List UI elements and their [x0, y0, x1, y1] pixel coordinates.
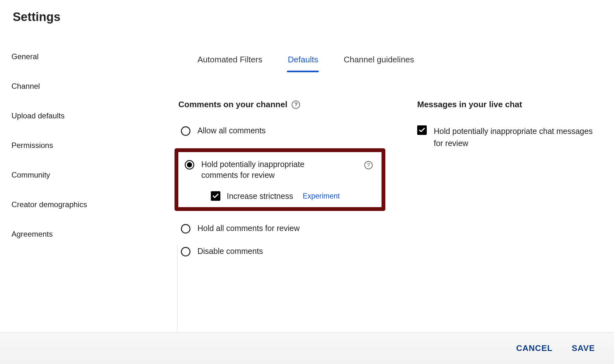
- sidebar-item-channel[interactable]: Channel: [11, 82, 139, 91]
- radio-allow-all[interactable]: Allow all comments: [181, 125, 385, 136]
- comments-section-title-row: Comments on your channel ?: [178, 100, 385, 109]
- tab-automated-filters[interactable]: Automated Filters: [197, 55, 262, 71]
- livechat-option-label: Hold potentially inappropriate chat mess…: [434, 125, 596, 149]
- livechat-section-title: Messages in your live chat: [417, 100, 522, 109]
- livechat-section-title-row: Messages in your live chat: [417, 100, 596, 109]
- radio-label: Allow all comments: [197, 125, 266, 136]
- radio-icon: [181, 126, 190, 136]
- sidebar-item-general[interactable]: General: [11, 52, 139, 61]
- highlighted-option: Hold potentially inappropriate comments …: [175, 148, 385, 211]
- checkbox-icon: [211, 191, 220, 201]
- vertical-divider: [177, 245, 178, 334]
- tab-defaults[interactable]: Defaults: [288, 55, 318, 71]
- radio-label: Hold potentially inappropriate comments …: [201, 159, 329, 181]
- sections: Comments on your channel ? Allow all com…: [178, 100, 592, 257]
- comments-section: Comments on your channel ? Allow all com…: [178, 100, 385, 257]
- tab-channel-guidelines[interactable]: Channel guidelines: [344, 55, 414, 71]
- experiment-badge: Experiment: [303, 192, 339, 200]
- checkbox-icon: [417, 125, 427, 135]
- radio-icon: [181, 224, 190, 234]
- tabs: Automated Filters Defaults Channel guide…: [178, 55, 592, 71]
- sidebar: General Channel Upload defaults Permissi…: [11, 52, 139, 239]
- radio-label: Disable comments: [197, 246, 263, 257]
- sidebar-item-community[interactable]: Community: [11, 171, 139, 179]
- radio-icon: [185, 160, 194, 170]
- comments-radio-group: Allow all comments Hold potentially inap…: [178, 125, 385, 257]
- content-area: Automated Filters Defaults Channel guide…: [178, 55, 592, 257]
- settings-page: Settings General Channel Upload defaults…: [0, 0, 614, 364]
- sidebar-item-permissions[interactable]: Permissions: [11, 141, 139, 150]
- help-icon[interactable]: ?: [292, 101, 300, 109]
- sidebar-item-agreements[interactable]: Agreements: [11, 230, 139, 239]
- increase-strictness-option[interactable]: Increase strictness Experiment: [211, 191, 373, 201]
- footer-bar: CANCEL SAVE: [0, 332, 614, 364]
- page-title: Settings: [13, 10, 61, 24]
- radio-disable[interactable]: Disable comments: [181, 246, 385, 257]
- help-icon[interactable]: ?: [364, 161, 373, 169]
- livechat-section: Messages in your live chat Hold potentia…: [417, 100, 596, 257]
- sidebar-item-upload-defaults[interactable]: Upload defaults: [11, 111, 139, 120]
- radio-icon: [181, 247, 190, 256]
- radio-hold-all[interactable]: Hold all comments for review: [181, 223, 385, 234]
- comments-section-title: Comments on your channel: [178, 100, 287, 109]
- radio-label: Hold all comments for review: [197, 223, 300, 234]
- increase-strictness-label: Increase strictness: [227, 192, 293, 201]
- sidebar-item-creator-demographics[interactable]: Creator demographics: [11, 200, 139, 209]
- cancel-button[interactable]: CANCEL: [516, 343, 553, 353]
- checkbox-hold-livechat[interactable]: Hold potentially inappropriate chat mess…: [417, 125, 596, 149]
- save-button[interactable]: SAVE: [572, 343, 595, 353]
- radio-hold-inappropriate[interactable]: Hold potentially inappropriate comments …: [185, 159, 373, 181]
